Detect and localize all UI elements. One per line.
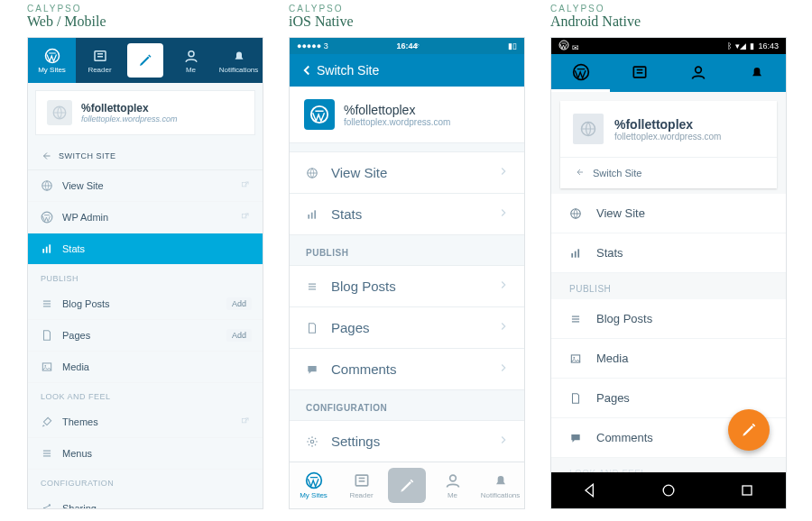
- tab-my-sites[interactable]: [551, 54, 610, 92]
- posts-icon: [569, 313, 582, 325]
- section-look: LOOK AND FEEL: [28, 383, 263, 407]
- menu-view-site[interactable]: View Site: [28, 170, 263, 202]
- menu-label: Comments: [331, 361, 397, 377]
- globe-icon: [569, 207, 582, 220]
- back-button[interactable]: Switch Site: [299, 62, 379, 78]
- svg-point-19: [663, 485, 674, 496]
- switch-site-button[interactable]: SWITCH SITE: [28, 142, 263, 170]
- tab-me[interactable]: Me: [167, 38, 215, 83]
- masterbar: My Sites Reader Me Notifications: [28, 38, 263, 83]
- site-name: %follettoplex: [81, 102, 178, 114]
- nav-back-button[interactable]: [581, 481, 599, 499]
- tab-notifications[interactable]: Notifications: [215, 38, 263, 83]
- themes-icon: [41, 416, 53, 428]
- status-time: 16:43: [758, 41, 779, 50]
- chevron-right-icon: [497, 320, 510, 335]
- menu-comments[interactable]: Comments: [290, 349, 524, 390]
- menu-settings[interactable]: Settings: [290, 421, 524, 462]
- switch-site-button[interactable]: Switch Site: [560, 157, 777, 188]
- menu-label: Menus: [62, 448, 92, 459]
- menu-view-site[interactable]: View Site: [551, 194, 786, 233]
- menu-view-site[interactable]: View Site: [290, 152, 524, 194]
- wordpress-icon: [41, 211, 53, 224]
- nav-recent-button[interactable]: [738, 481, 756, 499]
- menu-label: Pages: [596, 391, 630, 405]
- add-button[interactable]: Add: [226, 297, 252, 310]
- compose-button[interactable]: [388, 468, 426, 503]
- pages-icon: [306, 322, 318, 334]
- site-name: %follettoplex: [614, 117, 721, 132]
- chevron-right-icon: [497, 361, 510, 377]
- menu-wp-admin[interactable]: WP Admin: [28, 202, 263, 233]
- tab-notifications[interactable]: Notifications: [476, 462, 524, 508]
- tab-me[interactable]: Me: [429, 462, 476, 508]
- tab-reader[interactable]: Reader: [76, 38, 124, 83]
- android-nav-bar: [551, 472, 786, 508]
- menu-media[interactable]: Media: [28, 352, 263, 383]
- compose-button[interactable]: [127, 43, 163, 78]
- site-url: follettoplex.wordpress.com: [614, 132, 721, 142]
- pages-icon: [569, 392, 582, 405]
- menu-menus[interactable]: Menus: [28, 438, 263, 470]
- menu-label: Themes: [62, 416, 98, 427]
- menu-media[interactable]: Media: [551, 339, 786, 379]
- caption-app: CALYPSO: [550, 4, 787, 14]
- caption-app: CALYPSO: [27, 4, 263, 14]
- menu-sharing[interactable]: Sharing: [28, 493, 263, 509]
- fab-compose-button[interactable]: [728, 409, 770, 451]
- menu-pages[interactable]: Pages: [290, 307, 524, 349]
- tab-reader[interactable]: [610, 54, 669, 92]
- tab-my-sites[interactable]: My Sites: [28, 38, 76, 83]
- menu-label: Pages: [62, 330, 90, 341]
- menu-label: Media: [62, 361, 89, 372]
- pages-icon: [41, 329, 53, 342]
- section-publish: PUBLISH: [28, 265, 263, 288]
- tab-label: My Sites: [38, 66, 66, 74]
- tab-my-sites[interactable]: My Sites: [290, 462, 337, 508]
- add-button[interactable]: Add: [226, 329, 252, 342]
- site-card[interactable]: %follettoplex follettoplex.wordpress.com: [35, 90, 255, 135]
- arrow-left-icon: [41, 150, 53, 162]
- menu-label: Pages: [331, 320, 370, 335]
- tab-label: Notifications: [219, 66, 259, 74]
- chevron-right-icon: [497, 279, 510, 294]
- menu-stats[interactable]: Stats: [290, 194, 524, 235]
- menu-blog-posts[interactable]: Blog Posts: [551, 299, 786, 339]
- site-url: follettoplex.wordpress.com: [344, 117, 450, 127]
- menu-label: View Site: [62, 180, 104, 191]
- wordpress-icon: [304, 99, 335, 130]
- site-card-header[interactable]: %follettoplexfollettoplex.wordpress.com: [560, 101, 777, 157]
- posts-icon: [306, 280, 318, 293]
- caption-platform-ios: iOS Native: [289, 14, 525, 30]
- tab-label: Reader: [88, 66, 111, 74]
- tab-notifications[interactable]: [727, 54, 786, 92]
- svg-rect-20: [743, 486, 752, 495]
- caption-platform-web: Web / Mobile: [27, 14, 263, 30]
- menu-blog-posts[interactable]: Blog Posts: [290, 266, 524, 307]
- nav-home-button[interactable]: [660, 481, 678, 499]
- comments-icon: [306, 363, 318, 376]
- site-name: %follettoplex: [344, 103, 450, 117]
- stats-icon: [306, 208, 318, 221]
- external-icon: [240, 212, 250, 224]
- menu-stats[interactable]: Stats: [28, 233, 263, 265]
- stats-icon: [41, 242, 53, 255]
- menu-pages[interactable]: PagesAdd: [28, 320, 263, 352]
- posts-icon: [41, 297, 53, 310]
- tab-reader[interactable]: Reader: [337, 462, 385, 508]
- section-config: CONFIGURATION: [290, 390, 524, 421]
- site-url: follettoplex.wordpress.com: [81, 114, 178, 123]
- status-left-icons: ✉: [558, 40, 579, 52]
- menu-stats[interactable]: Stats: [551, 233, 786, 273]
- globe-icon: [306, 167, 318, 179]
- menu-blog-posts[interactable]: Blog PostsAdd: [28, 288, 263, 320]
- web-mobile-device: My Sites Reader Me Notifications %follet…: [27, 37, 263, 509]
- menu-label: Comments: [596, 431, 653, 444]
- menus-icon: [41, 447, 53, 460]
- tab-me[interactable]: [669, 54, 727, 92]
- site-card[interactable]: %follettoplexfollettoplex.wordpress.com: [290, 87, 524, 143]
- menu-themes[interactable]: Themes: [28, 407, 263, 438]
- sharing-icon: [41, 502, 53, 509]
- media-icon: [569, 352, 582, 365]
- section-config: CONFIGURATION: [28, 470, 263, 493]
